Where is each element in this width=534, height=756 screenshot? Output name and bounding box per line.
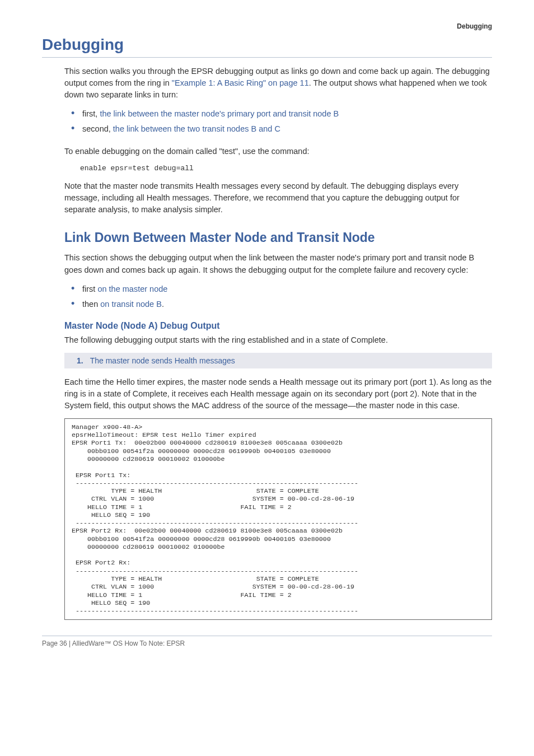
- link-master-transit-b[interactable]: the link between the master node's prima…: [100, 109, 339, 118]
- example-link[interactable]: "Example 1: A Basic Ring" on page 11: [172, 78, 309, 87]
- bullet-suffix: .: [162, 300, 164, 309]
- h2-link-down: Link Down Between Master Node and Transi…: [64, 230, 492, 245]
- header-section: Debugging: [42, 22, 492, 30]
- list-item: first on the master node: [71, 283, 492, 296]
- list-item: then on transit node B.: [71, 298, 492, 311]
- bullet-prefix: then: [82, 300, 100, 309]
- bullet-prefix: second,: [82, 124, 113, 133]
- debug-output-code: Manager x900-48-A> epsrHelloTimeout: EPS…: [64, 418, 492, 620]
- step-text: The master node sends Health messages: [90, 356, 235, 365]
- step-box: 1.The master node sends Health messages: [64, 353, 492, 368]
- h2-para: This section shows the debugging output …: [64, 252, 492, 276]
- link-transit-b-c[interactable]: the link between the two transit nodes B…: [113, 124, 280, 133]
- links-bullet-list-1: first, the link between the master node'…: [71, 108, 492, 136]
- bullet-prefix: first,: [82, 109, 100, 118]
- link-transit-node-b[interactable]: on transit node B: [100, 300, 162, 309]
- link-master-node[interactable]: on the master node: [97, 284, 167, 293]
- footer-rule: [42, 636, 492, 636]
- intro-para-1: This section walks you through the EPSR …: [64, 66, 492, 101]
- h3-master-node-debug: Master Node (Node A) Debug Output: [64, 321, 492, 331]
- step-para: Each time the Hello timer expires, the m…: [64, 376, 492, 412]
- bullet-prefix: first: [82, 284, 97, 293]
- enable-command: enable epsr=test debug=all: [80, 164, 492, 172]
- h3-para: The following debugging output starts wi…: [64, 334, 492, 346]
- step-number: 1.: [77, 356, 83, 365]
- enable-para: To enable debugging on the domain called…: [64, 146, 492, 157]
- footer-text: Page 36 | AlliedWare™ OS How To Note: EP…: [42, 640, 492, 647]
- links-bullet-list-2: first on the master node then on transit…: [71, 283, 492, 311]
- page-title: Debugging: [42, 36, 492, 56]
- note-para: Note that the master node transmits Heal…: [64, 180, 492, 216]
- list-item: second, the link between the two transit…: [71, 123, 492, 136]
- list-item: first, the link between the master node'…: [71, 108, 492, 120]
- title-rule: [42, 57, 492, 58]
